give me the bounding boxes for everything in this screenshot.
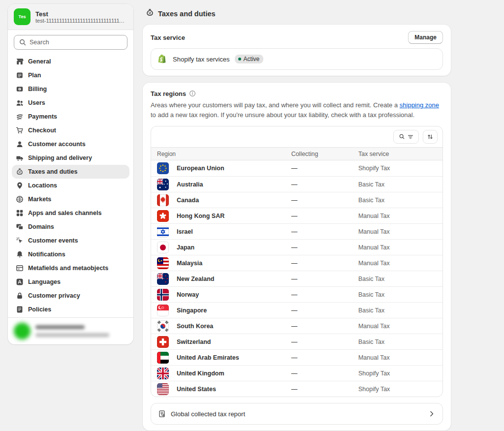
table-row[interactable]: Japan—Manual Tax [151,239,442,255]
sidebar-item-label: Domains [28,223,54,230]
sidebar-item-customer-events[interactable]: Customer events [12,234,129,247]
sidebar-item-markets[interactable]: Markets [12,192,129,206]
region-name: Switzerland [177,339,211,345]
sidebar-item-metafields-and-metaobjects[interactable]: Metafields and metaobjects [12,261,129,275]
table-row[interactable]: European Union—Shopify Tax [151,160,442,176]
user-account-footer[interactable] [8,317,133,344]
sidebar-item-billing[interactable]: Billing [12,82,129,96]
table-row[interactable]: New Zealand—Basic Tax [151,271,442,286]
sidebar-item-languages[interactable]: Languages [12,275,129,289]
table-header-row: Region Collecting Tax service [151,147,442,160]
table-row[interactable]: Australia—Basic Tax [151,176,442,192]
tax-service-cell: Basic Tax [358,197,437,204]
sidebar-item-label: Policies [28,306,51,313]
search-input[interactable] [30,39,123,46]
flag-jp-icon [157,242,169,253]
region-cell: European Union [157,162,291,174]
sidebar-item-label: Notifications [28,251,65,258]
user-avatar-redacted [14,323,31,339]
table-row[interactable]: Malaysia—Manual Tax [151,255,442,271]
table-row[interactable]: Canada—Basic Tax [151,192,442,208]
sort-button[interactable] [423,130,438,144]
region-name: United Arab Emirates [177,354,239,361]
region-name: Norway [177,291,199,298]
sidebar-item-taxes-and-duties[interactable]: Taxes and duties [12,165,129,179]
table-row[interactable]: Switzerland—Basic Tax [151,334,442,349]
sidebar-item-apps-and-sales-channels[interactable]: Apps and sales channels [12,206,129,220]
tax-service-cell: Basic Tax [358,291,437,298]
sidebar-item-label: Taxes and duties [28,168,78,175]
store-meta: Test test-111111111111111111111111111111… [35,10,126,24]
region-name: Hong Kong SAR [177,213,224,219]
apps-grid-icon [16,209,24,217]
table-row[interactable]: Norway—Basic Tax [151,286,442,302]
sidebar-item-plan[interactable]: Plan [12,68,129,82]
table-row[interactable]: United States—Shopify Tax [151,381,442,397]
sidebar-item-notifications[interactable]: Notifications [12,247,129,261]
flag-eu-icon [157,162,169,174]
store-name: Test [35,10,126,18]
search-icon [19,38,27,46]
sidebar-search-wrap [8,30,133,54]
tax-service-cell: Basic Tax [358,339,437,345]
tax-service-cell: Manual Tax [358,260,437,267]
sidebar-item-users[interactable]: Users [12,96,129,110]
tax-regions-description: Areas where your customers will pay tax,… [151,100,443,120]
store-icon [16,58,24,65]
sidebar-item-policies[interactable]: Policies [12,303,129,316]
user-email-redacted [35,333,109,337]
sidebar-item-payments[interactable]: Payments [12,110,129,123]
store-switcher[interactable]: Tes Test test-11111111111111111111111111… [8,4,133,30]
tax-regions-card: Tax regions Areas where your customers w… [143,83,451,431]
tax-service-title-row: Tax service Manage [151,31,443,44]
sidebar-item-shipping-and-delivery[interactable]: Shipping and delivery [12,151,129,165]
shopify-tax-service-row: Shopify tax services Active [151,48,443,70]
sidebar-item-label: Languages [28,278,61,285]
cart-icon [16,126,24,134]
sidebar-item-domains[interactable]: Domains [12,220,129,234]
info-icon[interactable] [189,90,196,97]
search-icon [399,133,406,140]
sidebar-item-label: Customer events [28,237,78,244]
report-icon [158,410,166,418]
language-icon [16,278,24,286]
sidebar-item-label: Billing [28,86,47,92]
table-row[interactable]: United Kingdom—Shopify Tax [151,365,442,381]
collecting-cell: — [291,307,358,314]
flag-my-icon [157,257,169,269]
shipping-zone-link[interactable]: shipping zone [400,101,439,109]
store-subtitle: test-11111111111111111111111111111111711… [35,18,126,24]
table-row[interactable]: United Arab Emirates—Manual Tax [151,349,442,365]
collecting-cell: — [291,291,358,298]
region-cell: United States [157,383,291,395]
flag-gb-icon [157,368,169,379]
search-box[interactable] [14,35,127,50]
manage-button[interactable]: Manage [408,31,443,44]
column-header-collecting: Collecting [291,151,358,157]
sidebar-item-customer-accounts[interactable]: Customer accounts [12,137,129,151]
region-name: Australia [177,181,203,188]
table-row[interactable]: Israel—Manual Tax [151,223,442,239]
region-name: Japan [177,244,194,251]
sidebar-item-customer-privacy[interactable]: Customer privacy [12,289,129,303]
table-row[interactable]: Hong Kong SAR—Manual Tax [151,208,442,223]
sidebar-item-label: Payments [28,113,57,120]
moneybag-icon [16,168,24,176]
search-and-filter-button[interactable] [393,130,419,144]
collecting-cell: — [291,244,358,251]
global-tax-report-link[interactable]: Global collected tax report [151,403,443,425]
collecting-cell: — [291,260,358,267]
flag-sg-icon [157,305,169,316]
tax-regions-table-body: European Union—Shopify TaxAustralia—Basi… [151,160,442,397]
status-badge: Active [235,55,264,63]
page-title: Taxes and duties [158,10,216,18]
sidebar-item-checkout[interactable]: Checkout [12,123,129,137]
metafields-icon [16,264,24,272]
sidebar-item-locations[interactable]: Locations [12,179,129,192]
collecting-cell: — [291,370,358,377]
table-row[interactable]: Singapore—Basic Tax [151,302,442,318]
sidebar-item-label: Locations [28,182,57,189]
table-row[interactable]: South Korea—Manual Tax [151,318,442,334]
truck-icon [16,154,24,162]
sidebar-item-general[interactable]: General [12,55,129,68]
